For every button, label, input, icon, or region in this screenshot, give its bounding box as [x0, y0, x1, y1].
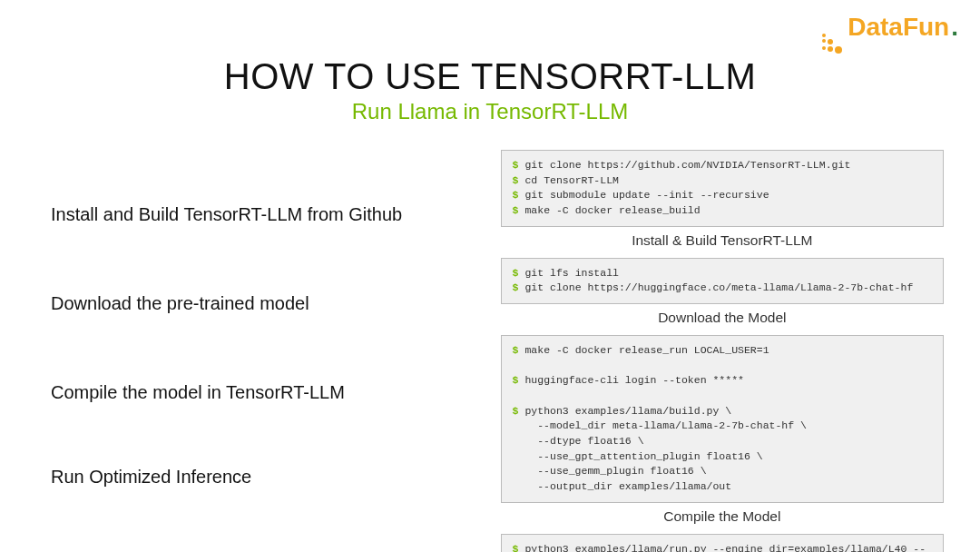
prompt: $	[513, 374, 525, 386]
prompt: $	[513, 174, 525, 186]
step-download: Download the pre-trained model	[51, 293, 501, 314]
code-install: $ git clone https://github.com/NVIDIA/Te…	[501, 150, 944, 227]
step-run: Run Optimized Inference	[51, 467, 501, 488]
code-line: git submodule update --init --recursive	[524, 189, 769, 201]
step-compile: Compile the model in TensorRT-LLM	[51, 382, 501, 403]
logo-text: DataFun	[848, 13, 949, 42]
code-line: --output_dir examples/llama/out	[513, 480, 732, 492]
code-line: make -C docker release_run LOCAL_USER=1	[524, 344, 769, 356]
prompt: $	[513, 267, 525, 279]
code-compile: $ make -C docker release_run LOCAL_USER=…	[501, 335, 944, 503]
code-line: git lfs install	[524, 267, 619, 279]
prompt: $	[513, 204, 525, 216]
code-line: python3 examples/llama/build.py \	[524, 405, 731, 417]
code-column: $ git clone https://github.com/NVIDIA/Te…	[501, 150, 944, 552]
logo-dots-icon	[822, 34, 842, 54]
code-line: cd TensorRT-LLM	[524, 174, 619, 186]
code-line: python3 examples/llama/run.py --engine_d…	[524, 543, 926, 552]
logo-dot: .	[951, 13, 958, 42]
caption-install: Install & Build TensorRT-LLM	[501, 232, 944, 249]
prompt: $	[513, 159, 525, 171]
code-line: --use_gpt_attention_plugin float16 \	[513, 450, 763, 462]
prompt: $	[513, 281, 525, 293]
caption-compile: Compile the Model	[501, 508, 944, 525]
code-line: git clone https://huggingface.co/meta-ll…	[524, 281, 913, 293]
prompt: $	[513, 543, 525, 552]
code-line: --dtype float16 \	[513, 435, 644, 447]
page-title: HOW TO USE TENSORRT-LLM	[0, 56, 980, 97]
content-area: Install and Build TensorRT-LLM from Gith…	[0, 150, 980, 552]
code-line: huggingface-cli login --token *****	[524, 374, 744, 386]
code-line: git clone https://github.com/NVIDIA/Tens…	[524, 159, 850, 171]
prompt: $	[513, 189, 525, 201]
prompt: $	[513, 344, 525, 356]
code-line: --use_gemm_plugin float16 \	[513, 465, 707, 477]
code-run: $ python3 examples/llama/run.py --engine…	[501, 534, 944, 552]
datafun-logo: DataFun .	[822, 13, 958, 52]
code-line: make -C docker release_build	[524, 204, 700, 216]
step-install: Install and Build TensorRT-LLM from Gith…	[51, 204, 501, 225]
caption-download: Download the Model	[501, 310, 944, 326]
code-download: $ git lfs install $ git clone https://hu…	[501, 258, 944, 304]
prompt: $	[513, 405, 525, 417]
code-line: --model_dir meta-llama/Llama-2-7b-chat-h…	[513, 419, 807, 431]
page-subtitle: Run Llama in TensorRT-LLM	[0, 99, 980, 124]
steps-column: Install and Build TensorRT-LLM from Gith…	[51, 150, 501, 552]
